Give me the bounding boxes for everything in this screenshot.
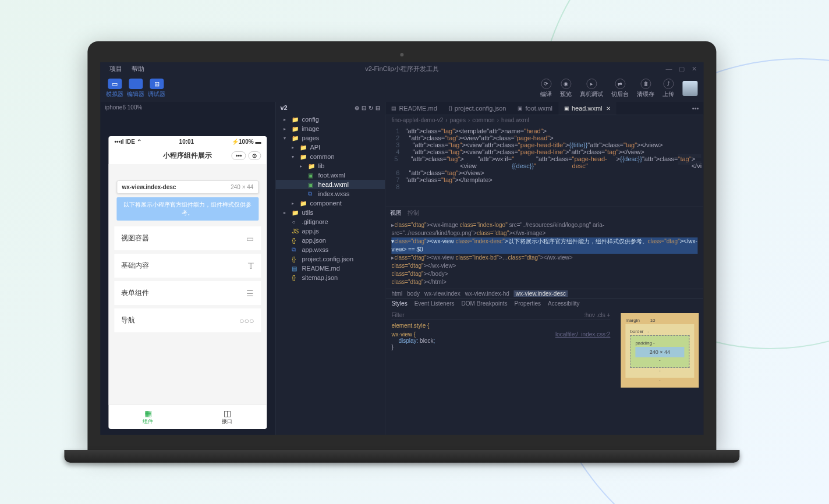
tree-item-API[interactable]: ▸📁API bbox=[275, 143, 385, 152]
close-icon[interactable]: ✕ bbox=[690, 65, 699, 73]
tree-item-app.js[interactable]: JSapp.js bbox=[275, 226, 385, 236]
ide-window: 项目 帮助 v2-FinClip小程序开发工具 — ▢ ✕ ▭模拟器编辑器⊞调试… bbox=[100, 62, 703, 435]
carrier-label: •••ıl IDE ⌃ bbox=[114, 139, 141, 145]
crumb-item[interactable]: html bbox=[391, 290, 402, 297]
laptop-frame: 项目 帮助 v2-FinClip小程序开发工具 — ▢ ✕ ▭模拟器编辑器⊞调试… bbox=[87, 41, 716, 463]
editor-tab[interactable]: ▤README.md bbox=[385, 102, 442, 115]
styles-filter[interactable]: Filter bbox=[391, 312, 404, 318]
list-item[interactable]: 表单组件☰ bbox=[114, 281, 261, 305]
editor-tab[interactable]: ▣head.wxml✕ bbox=[558, 102, 617, 115]
tree-item-pages[interactable]: ▾📁pages bbox=[275, 133, 385, 143]
menubar: 项目 帮助 v2-FinClip小程序开发工具 — ▢ ✕ bbox=[100, 62, 703, 75]
style-tab[interactable]: Properties bbox=[514, 300, 541, 307]
crumb-item[interactable]: body bbox=[407, 290, 420, 297]
window-title: v2-FinClip小程序开发工具 bbox=[365, 65, 439, 73]
action-真机调试[interactable]: ▸真机调试 bbox=[580, 79, 603, 98]
tree-item-app.wxss[interactable]: ⧉app.wxss bbox=[275, 245, 385, 254]
style-tab[interactable]: Accessibility bbox=[548, 300, 579, 307]
tool-2[interactable]: ⊞调试器 bbox=[148, 79, 165, 98]
list-item[interactable]: 视图容器▭ bbox=[114, 226, 261, 250]
page-title: 小程序组件展示 bbox=[163, 151, 212, 161]
style-tab[interactable]: Event Listeners bbox=[414, 300, 455, 307]
tree-item-component[interactable]: ▸📁component bbox=[275, 198, 385, 208]
action-编译[interactable]: ⟳编译 bbox=[540, 79, 552, 98]
tree-item-head.wxml[interactable]: ▣head.wxml bbox=[275, 180, 385, 189]
close-tab-icon[interactable]: ✕ bbox=[606, 105, 611, 112]
tree-item-sitemap.json[interactable]: {}sitemap.json bbox=[275, 273, 385, 282]
tool-1[interactable]: 编辑器 bbox=[127, 79, 144, 98]
devtab-console[interactable]: 控制 bbox=[408, 209, 419, 217]
highlighted-element[interactable]: 以下将展示小程序官方组件能力，组件样式仅供参考。 bbox=[116, 197, 258, 221]
tabbar-item[interactable]: ◫接口 bbox=[187, 405, 267, 429]
explorer-action-icon[interactable]: ⊡ bbox=[362, 105, 366, 111]
box-model: margin 10 border - padding - 240 × 44 - bbox=[616, 308, 703, 435]
devtools-panel: 视图 控制 ▸class="dtag"><wx-image class="ind… bbox=[385, 207, 703, 435]
dom-node[interactable]: class="dtag"></body> bbox=[391, 270, 697, 278]
style-tab[interactable]: DOM Breakpoints bbox=[462, 300, 508, 307]
list-item[interactable]: 基础内容𝕋 bbox=[114, 254, 261, 278]
explorer-action-icon[interactable]: ↻ bbox=[369, 105, 373, 111]
tree-item-image[interactable]: ▸📁image bbox=[275, 124, 385, 133]
dom-node[interactable]: class="dtag"></html> bbox=[391, 278, 697, 286]
file-explorer: v2 ⊕⊡↻⊟ ▸📁config▸📁image▾📁pages▸📁API▾📁com… bbox=[275, 102, 385, 435]
tool-0[interactable]: ▭模拟器 bbox=[106, 79, 123, 98]
dom-node[interactable]: class="dtag"></wx-view> bbox=[391, 262, 697, 270]
tree-item-lib[interactable]: ▸📁lib bbox=[275, 161, 385, 171]
tree-item-config[interactable]: ▸📁config bbox=[275, 115, 385, 124]
action-上传[interactable]: ⤴上传 bbox=[663, 79, 674, 98]
crumb-item[interactable]: wx-view.index-desc bbox=[514, 290, 568, 297]
crumb-item[interactable]: wx-view.index bbox=[424, 290, 460, 297]
menu-project[interactable]: 项目 bbox=[105, 65, 127, 73]
action-清缓存[interactable]: 🗑清缓存 bbox=[637, 79, 654, 98]
dom-node[interactable]: ▸class="dtag"><wx-view class="index-bd">… bbox=[391, 254, 697, 262]
crumb-item[interactable]: wx-view.index-hd bbox=[465, 290, 509, 297]
style-tab[interactable]: Styles bbox=[391, 300, 407, 307]
tree-item-utils[interactable]: ▸📁utils bbox=[275, 208, 385, 217]
inspector-tooltip: wx-view.index-desc 240 × 44 bbox=[116, 180, 258, 194]
time-label: 10:01 bbox=[179, 139, 194, 145]
dom-node[interactable]: ▾class="dtag"><wx-view class="index-desc… bbox=[391, 237, 697, 254]
list-item[interactable]: 导航○○○ bbox=[114, 308, 261, 332]
tree-item-foot.wxml[interactable]: ▣foot.wxml bbox=[275, 171, 385, 180]
nav-more-button[interactable]: ••• bbox=[232, 151, 246, 160]
tree-item-.gitignore[interactable]: ○.gitignore bbox=[275, 217, 385, 226]
styles-panel[interactable]: Filter :hov .cls + element.style {</span… bbox=[385, 308, 616, 435]
nav-close-button[interactable]: ⊙ bbox=[248, 151, 261, 160]
simulator-pane: iphone6 100% •••ıl IDE ⌃ 10:01 ⚡100% ▬ 小… bbox=[100, 102, 275, 435]
dom-breadcrumb[interactable]: htmlbodywx-view.indexwx-view.index-hdwx-… bbox=[385, 289, 703, 299]
tree-item-project.config.json[interactable]: {}project.config.json bbox=[275, 254, 385, 264]
devtab-view[interactable]: 视图 bbox=[390, 209, 402, 217]
simulator-device-status: iphone6 100% bbox=[100, 102, 275, 113]
tree-item-common[interactable]: ▾📁common bbox=[275, 152, 385, 161]
maximize-icon[interactable]: ▢ bbox=[677, 65, 686, 73]
avatar[interactable] bbox=[682, 81, 697, 96]
menu-help[interactable]: 帮助 bbox=[127, 65, 149, 73]
battery-label: ⚡100% ▬ bbox=[232, 139, 261, 145]
dom-node[interactable]: ▸class="dtag"><wx-image class="index-log… bbox=[391, 221, 697, 237]
editor-pane: ▤README.md{}project.config.json▣foot.wxm… bbox=[385, 102, 703, 435]
code-editor[interactable]: 1"attr">class="tag"><template "attr">nam… bbox=[385, 125, 703, 207]
explorer-action-icon[interactable]: ⊟ bbox=[375, 105, 380, 111]
breadcrumb: fino-applet-demo-v2 › pages › common › h… bbox=[385, 115, 703, 125]
editor-more-icon[interactable]: ••• bbox=[688, 105, 704, 112]
action-切后台[interactable]: ⇄切后台 bbox=[611, 79, 629, 98]
phone-preview: •••ıl IDE ⌃ 10:01 ⚡100% ▬ 小程序组件展示 ••• ⊙ bbox=[108, 136, 267, 429]
tabbar-item[interactable]: ▦组件 bbox=[108, 405, 187, 429]
action-预览[interactable]: ◉预览 bbox=[560, 79, 572, 98]
editor-tab[interactable]: {}project.config.json bbox=[443, 102, 512, 115]
editor-tab[interactable]: ▣foot.wxml bbox=[512, 102, 558, 115]
explorer-root[interactable]: v2 bbox=[280, 104, 287, 111]
tree-item-app.json[interactable]: {}app.json bbox=[275, 236, 385, 245]
minimap[interactable] bbox=[678, 154, 701, 189]
tree-item-README.md[interactable]: ▤README.md bbox=[275, 264, 385, 273]
tree-item-index.wxss[interactable]: ⧉index.wxss bbox=[275, 189, 385, 198]
dom-tree[interactable]: ▸class="dtag"><wx-image class="index-log… bbox=[385, 219, 703, 289]
toolbar: ▭模拟器编辑器⊞调试器 ⟳编译◉预览▸真机调试⇄切后台🗑清缓存⤴上传 bbox=[100, 75, 703, 102]
styles-filter-actions[interactable]: :hov .cls + bbox=[584, 312, 610, 318]
explorer-action-icon[interactable]: ⊕ bbox=[355, 105, 359, 111]
minimize-icon[interactable]: — bbox=[664, 65, 674, 73]
